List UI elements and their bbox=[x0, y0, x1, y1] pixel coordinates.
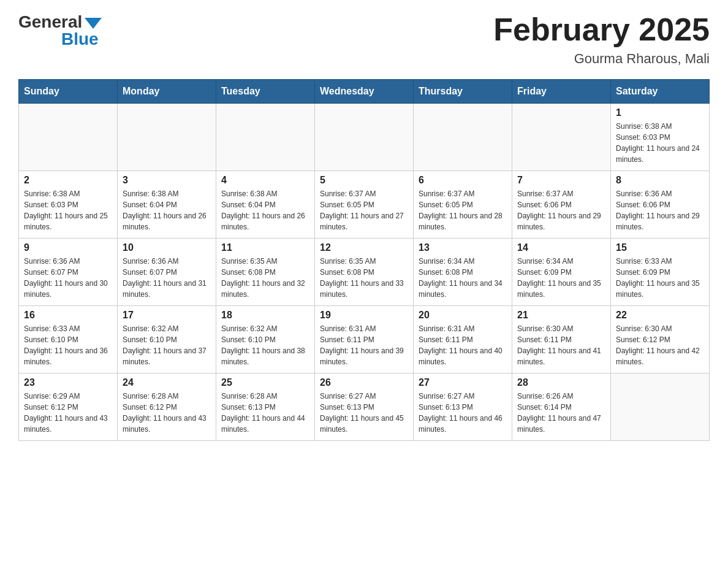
table-row: 17Sunrise: 6:32 AMSunset: 6:10 PMDayligh… bbox=[118, 306, 216, 373]
day-info: Sunrise: 6:32 AMSunset: 6:10 PMDaylight:… bbox=[123, 323, 211, 367]
day-number: 22 bbox=[616, 310, 704, 321]
day-info: Sunrise: 6:30 AMSunset: 6:11 PMDaylight:… bbox=[517, 323, 605, 367]
day-info: Sunrise: 6:28 AMSunset: 6:12 PMDaylight:… bbox=[123, 391, 211, 435]
table-row: 22Sunrise: 6:30 AMSunset: 6:12 PMDayligh… bbox=[611, 306, 710, 373]
table-row: 4Sunrise: 6:38 AMSunset: 6:04 PMDaylight… bbox=[216, 171, 315, 239]
day-number: 20 bbox=[419, 310, 507, 321]
table-row bbox=[118, 104, 216, 171]
day-info: Sunrise: 6:35 AMSunset: 6:08 PMDaylight:… bbox=[221, 256, 309, 300]
calendar-header-row: Sunday Monday Tuesday Wednesday Thursday… bbox=[19, 80, 710, 104]
table-row: 19Sunrise: 6:31 AMSunset: 6:11 PMDayligh… bbox=[315, 306, 414, 373]
title-block: February 2025 Gourma Rharous, Mali bbox=[493, 12, 710, 67]
day-number: 6 bbox=[419, 175, 507, 186]
day-info: Sunrise: 6:32 AMSunset: 6:10 PMDaylight:… bbox=[221, 323, 309, 367]
table-row: 20Sunrise: 6:31 AMSunset: 6:11 PMDayligh… bbox=[414, 306, 512, 373]
day-info: Sunrise: 6:31 AMSunset: 6:11 PMDaylight:… bbox=[320, 323, 408, 367]
day-info: Sunrise: 6:31 AMSunset: 6:11 PMDaylight:… bbox=[419, 323, 507, 367]
day-number: 10 bbox=[123, 242, 211, 253]
day-info: Sunrise: 6:27 AMSunset: 6:13 PMDaylight:… bbox=[419, 391, 507, 435]
page-title: February 2025 bbox=[493, 12, 710, 47]
header: General Blue February 2025 Gourma Rharou… bbox=[18, 12, 710, 67]
day-info: Sunrise: 6:38 AMSunset: 6:03 PMDaylight:… bbox=[616, 121, 704, 165]
table-row bbox=[414, 104, 512, 171]
day-info: Sunrise: 6:28 AMSunset: 6:13 PMDaylight:… bbox=[221, 391, 309, 435]
day-info: Sunrise: 6:38 AMSunset: 6:04 PMDaylight:… bbox=[221, 188, 309, 232]
day-info: Sunrise: 6:38 AMSunset: 6:03 PMDaylight:… bbox=[24, 188, 112, 232]
table-row: 25Sunrise: 6:28 AMSunset: 6:13 PMDayligh… bbox=[216, 373, 315, 441]
table-row: 6Sunrise: 6:37 AMSunset: 6:05 PMDaylight… bbox=[414, 171, 512, 239]
day-number: 23 bbox=[24, 377, 112, 388]
table-row: 2Sunrise: 6:38 AMSunset: 6:03 PMDaylight… bbox=[19, 171, 118, 239]
day-info: Sunrise: 6:27 AMSunset: 6:13 PMDaylight:… bbox=[320, 391, 408, 435]
day-number: 8 bbox=[616, 175, 704, 186]
day-info: Sunrise: 6:36 AMSunset: 6:07 PMDaylight:… bbox=[24, 256, 112, 300]
table-row: 23Sunrise: 6:29 AMSunset: 6:12 PMDayligh… bbox=[19, 373, 118, 441]
col-wednesday: Wednesday bbox=[315, 80, 414, 104]
day-info: Sunrise: 6:38 AMSunset: 6:04 PMDaylight:… bbox=[123, 188, 211, 232]
col-sunday: Sunday bbox=[19, 80, 118, 104]
day-info: Sunrise: 6:34 AMSunset: 6:08 PMDaylight:… bbox=[419, 256, 507, 300]
table-row: 7Sunrise: 6:37 AMSunset: 6:06 PMDaylight… bbox=[512, 171, 611, 239]
table-row: 8Sunrise: 6:36 AMSunset: 6:06 PMDaylight… bbox=[611, 171, 710, 239]
table-row: 26Sunrise: 6:27 AMSunset: 6:13 PMDayligh… bbox=[315, 373, 414, 441]
day-number: 2 bbox=[24, 175, 112, 186]
day-number: 1 bbox=[616, 107, 704, 118]
day-info: Sunrise: 6:26 AMSunset: 6:14 PMDaylight:… bbox=[517, 391, 605, 435]
table-row bbox=[315, 104, 414, 171]
table-row: 14Sunrise: 6:34 AMSunset: 6:09 PMDayligh… bbox=[512, 239, 611, 306]
table-row: 10Sunrise: 6:36 AMSunset: 6:07 PMDayligh… bbox=[118, 239, 216, 306]
day-info: Sunrise: 6:37 AMSunset: 6:05 PMDaylight:… bbox=[320, 188, 408, 232]
calendar-week-row: 2Sunrise: 6:38 AMSunset: 6:03 PMDaylight… bbox=[19, 171, 710, 239]
day-number: 28 bbox=[517, 377, 605, 388]
day-number: 15 bbox=[616, 242, 704, 253]
day-info: Sunrise: 6:37 AMSunset: 6:06 PMDaylight:… bbox=[517, 188, 605, 232]
day-number: 21 bbox=[517, 310, 605, 321]
day-number: 4 bbox=[221, 175, 309, 186]
day-number: 16 bbox=[24, 310, 112, 321]
table-row: 11Sunrise: 6:35 AMSunset: 6:08 PMDayligh… bbox=[216, 239, 315, 306]
table-row: 9Sunrise: 6:36 AMSunset: 6:07 PMDaylight… bbox=[19, 239, 118, 306]
logo-blue-text: Blue bbox=[61, 29, 99, 49]
day-number: 25 bbox=[221, 377, 309, 388]
calendar-week-row: 9Sunrise: 6:36 AMSunset: 6:07 PMDaylight… bbox=[19, 239, 710, 306]
table-row: 12Sunrise: 6:35 AMSunset: 6:08 PMDayligh… bbox=[315, 239, 414, 306]
table-row: 21Sunrise: 6:30 AMSunset: 6:11 PMDayligh… bbox=[512, 306, 611, 373]
table-row: 27Sunrise: 6:27 AMSunset: 6:13 PMDayligh… bbox=[414, 373, 512, 441]
day-info: Sunrise: 6:34 AMSunset: 6:09 PMDaylight:… bbox=[517, 256, 605, 300]
col-friday: Friday bbox=[512, 80, 611, 104]
table-row: 1Sunrise: 6:38 AMSunset: 6:03 PMDaylight… bbox=[611, 104, 710, 171]
table-row: 13Sunrise: 6:34 AMSunset: 6:08 PMDayligh… bbox=[414, 239, 512, 306]
day-number: 9 bbox=[24, 242, 112, 253]
day-number: 7 bbox=[517, 175, 605, 186]
col-thursday: Thursday bbox=[414, 80, 512, 104]
table-row: 3Sunrise: 6:38 AMSunset: 6:04 PMDaylight… bbox=[118, 171, 216, 239]
table-row: 18Sunrise: 6:32 AMSunset: 6:10 PMDayligh… bbox=[216, 306, 315, 373]
col-tuesday: Tuesday bbox=[216, 80, 315, 104]
day-info: Sunrise: 6:33 AMSunset: 6:09 PMDaylight:… bbox=[616, 256, 704, 300]
day-number: 12 bbox=[320, 242, 408, 253]
table-row bbox=[512, 104, 611, 171]
day-info: Sunrise: 6:30 AMSunset: 6:12 PMDaylight:… bbox=[616, 323, 704, 367]
table-row: 24Sunrise: 6:28 AMSunset: 6:12 PMDayligh… bbox=[118, 373, 216, 441]
day-number: 18 bbox=[221, 310, 309, 321]
day-number: 3 bbox=[123, 175, 211, 186]
table-row bbox=[216, 104, 315, 171]
day-number: 5 bbox=[320, 175, 408, 186]
table-row: 16Sunrise: 6:33 AMSunset: 6:10 PMDayligh… bbox=[19, 306, 118, 373]
day-number: 17 bbox=[123, 310, 211, 321]
day-info: Sunrise: 6:36 AMSunset: 6:07 PMDaylight:… bbox=[123, 256, 211, 300]
day-info: Sunrise: 6:36 AMSunset: 6:06 PMDaylight:… bbox=[616, 188, 704, 232]
col-monday: Monday bbox=[118, 80, 216, 104]
day-number: 14 bbox=[517, 242, 605, 253]
day-number: 26 bbox=[320, 377, 408, 388]
calendar: Sunday Monday Tuesday Wednesday Thursday… bbox=[18, 79, 710, 441]
col-saturday: Saturday bbox=[611, 80, 710, 104]
table-row bbox=[611, 373, 710, 441]
day-info: Sunrise: 6:35 AMSunset: 6:08 PMDaylight:… bbox=[320, 256, 408, 300]
logo-arrow-icon bbox=[85, 18, 102, 29]
calendar-week-row: 23Sunrise: 6:29 AMSunset: 6:12 PMDayligh… bbox=[19, 373, 710, 441]
table-row bbox=[19, 104, 118, 171]
day-info: Sunrise: 6:37 AMSunset: 6:05 PMDaylight:… bbox=[419, 188, 507, 232]
day-info: Sunrise: 6:33 AMSunset: 6:10 PMDaylight:… bbox=[24, 323, 112, 367]
day-number: 27 bbox=[419, 377, 507, 388]
